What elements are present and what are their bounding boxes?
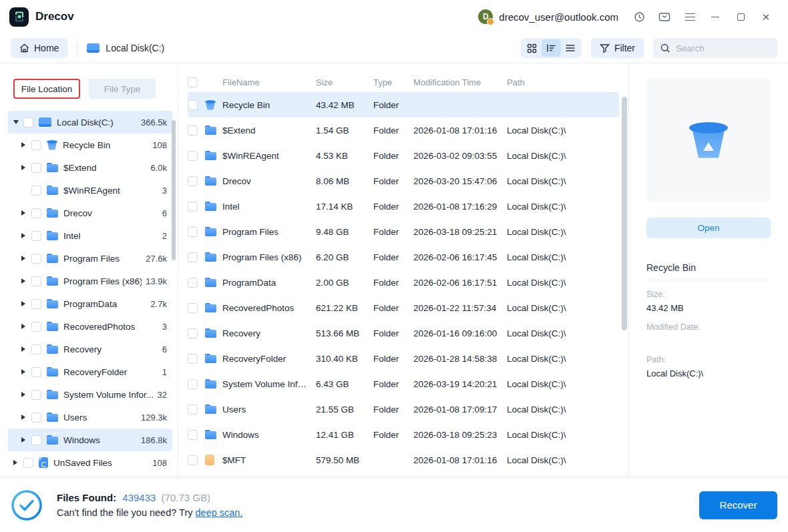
row-checkbox[interactable] [188,252,198,262]
tree-item[interactable]: Intel 2 [8,224,172,247]
expand-caret-icon[interactable] [21,165,30,170]
history-clock-icon[interactable] [626,7,652,27]
col-type[interactable]: Type [373,77,413,87]
maximize-button[interactable] [728,7,753,27]
tab-file-type[interactable]: File Type [89,79,156,99]
expand-caret-icon[interactable] [13,460,22,465]
row-checkbox[interactable] [188,405,198,415]
tree-item[interactable]: Local Disk(C:) 366.5k [8,111,172,134]
tree-item[interactable]: $Extend 6.0k [8,156,172,179]
col-mtime[interactable]: Modification Time [413,77,507,87]
table-row[interactable]: Recycle Bin 43.42 MB Folder [188,92,619,117]
tree-item[interactable]: Program Files (x86) 13.9k [8,270,172,292]
expand-caret-icon[interactable] [21,392,30,397]
tree-checkbox[interactable] [31,413,41,423]
tree-item[interactable]: ProgramData 2.7k [8,292,172,315]
table-row[interactable]: Drecov 8.06 MB Folder 2026-03-20 15:47:0… [188,168,619,194]
deep-scan-link[interactable]: deep scan. [196,507,243,518]
search-box[interactable] [653,38,777,58]
table-row[interactable]: Recovery 513.66 MB Folder 2026-01-16 09:… [188,320,619,346]
expand-caret-icon[interactable] [13,120,22,124]
table-scrollbar[interactable] [622,97,627,330]
expand-caret-icon[interactable] [21,278,30,284]
tree-checkbox[interactable] [31,140,41,150]
tree-checkbox[interactable] [23,117,33,127]
filter-button[interactable]: Filter [591,38,644,58]
search-input[interactable] [676,43,763,53]
table-row[interactable]: System Volume Inform... 6.43 GB Folder 2… [188,371,619,396]
tree-item[interactable]: Drecov 6 [8,202,172,224]
expand-caret-icon[interactable] [21,142,30,148]
tree-checkbox[interactable] [31,231,41,241]
row-checkbox[interactable] [188,379,198,389]
row-checkbox[interactable] [188,278,198,288]
row-checkbox[interactable] [188,202,198,212]
expand-caret-icon[interactable] [21,346,30,352]
tree-checkbox[interactable] [31,208,41,218]
expand-caret-icon[interactable] [21,415,30,420]
tree-item[interactable]: Windows 186.8k [8,429,172,451]
tree-item[interactable]: Program Files 27.6k [8,247,172,270]
tree-checkbox[interactable] [31,163,41,173]
expand-caret-icon[interactable] [21,256,30,261]
open-button[interactable]: Open [646,218,771,238]
row-checkbox[interactable] [188,455,198,465]
message-envelope-icon[interactable] [652,7,677,27]
row-checkbox[interactable] [188,430,198,440]
tree-checkbox[interactable] [31,435,41,445]
menu-icon[interactable] [677,7,703,27]
expand-caret-icon[interactable] [21,437,30,443]
recover-button[interactable]: Recover [699,491,777,519]
expand-caret-icon[interactable] [21,210,30,216]
table-row[interactable]: RecoveredPhotos 621.22 KB Folder 2026-01… [188,295,619,320]
tree-checkbox[interactable] [31,390,41,400]
tree-item[interactable]: Users 129.3k [8,406,172,429]
tree-item[interactable]: Recovery 6 [8,338,172,360]
table-row[interactable]: RecoveryFolder 310.40 KB Folder 2026-01-… [188,346,619,371]
expand-caret-icon[interactable] [21,369,30,374]
tree-checkbox[interactable] [31,322,41,332]
expand-caret-icon[interactable] [21,301,30,306]
detail-list-view-button[interactable] [542,39,561,57]
tree-checkbox[interactable] [31,299,41,309]
tree-checkbox[interactable] [31,276,41,286]
tree-item[interactable]: $WinREAgent 3 [8,179,172,202]
row-checkbox[interactable] [188,227,198,237]
tree-checkbox[interactable] [31,367,41,377]
table-row[interactable]: Program Files 9.48 GB Folder 2026-03-18 … [188,219,619,244]
tree-item[interactable]: UnSaved Files 108 [8,451,172,474]
row-checkbox[interactable] [188,354,198,364]
row-checkbox[interactable] [188,328,198,338]
tree-checkbox[interactable] [31,254,41,264]
close-button[interactable]: ✕ [753,7,779,27]
home-button[interactable]: Home [11,38,67,58]
table-row[interactable]: Windows 12.41 GB Folder 2026-03-18 09:25… [188,422,619,447]
minimize-button[interactable] [703,7,728,27]
sidebar-scrollbar[interactable] [172,120,176,260]
tab-file-location[interactable]: File Location [13,79,80,99]
tree-checkbox[interactable] [31,344,41,354]
row-checkbox[interactable] [188,151,198,161]
table-row[interactable]: $WinREAgent 4.53 KB Folder 2026-03-02 09… [188,143,619,168]
table-row[interactable]: Users 21.55 GB Folder 2026-01-08 17:09:1… [188,396,619,422]
expand-caret-icon[interactable] [21,233,30,238]
disk-tab[interactable]: Local Disk(C:) [87,43,164,53]
tree-checkbox[interactable] [23,458,33,468]
row-checkbox[interactable] [188,303,198,313]
table-row[interactable]: Intel 17.14 KB Folder 2026-01-08 17:16:2… [188,194,619,219]
tree-checkbox[interactable] [31,186,41,196]
grid-view-button[interactable] [522,39,542,57]
col-filename[interactable]: FileName [222,77,316,87]
row-checkbox[interactable] [188,176,198,186]
row-checkbox[interactable] [188,125,198,136]
tree-item[interactable]: RecoveredPhotos 3 [8,315,172,338]
select-all-checkbox[interactable] [188,77,198,87]
table-row[interactable]: ProgramData 2.00 GB Folder 2026-02-06 16… [188,270,619,295]
tree-item[interactable]: System Volume Infor... 32 [8,383,172,406]
table-row[interactable]: Program Files (x86) 6.20 GB Folder 2026-… [188,244,619,270]
list-view-button[interactable] [561,39,580,57]
expand-caret-icon[interactable] [21,324,30,329]
row-checkbox[interactable] [188,100,198,110]
user-avatar[interactable]: D [478,9,493,24]
col-size[interactable]: Size [316,77,373,87]
